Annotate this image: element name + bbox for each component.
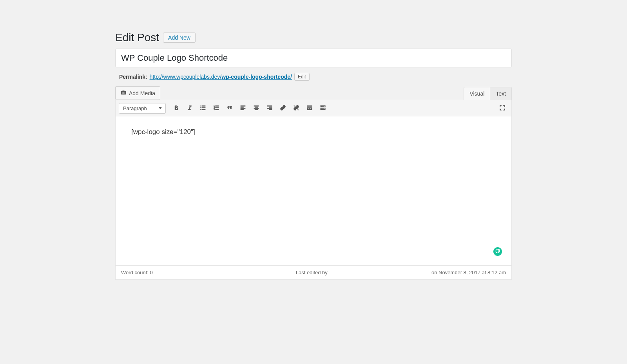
editor-tabs: Visual Text <box>464 87 512 100</box>
svg-rect-25 <box>307 105 312 106</box>
svg-text:3: 3 <box>214 109 215 110</box>
permalink-base: http://www.wpcouplelabs.dev/ <box>150 74 222 80</box>
numbered-list-button[interactable]: 123 <box>210 103 222 114</box>
italic-button[interactable] <box>184 103 196 114</box>
align-center-button[interactable] <box>250 103 262 114</box>
fullscreen-icon <box>499 104 506 112</box>
svg-rect-18 <box>254 108 259 109</box>
svg-point-0 <box>201 105 201 106</box>
permalink-row: Permalink: http://www.wpcouplelabs.dev/w… <box>115 71 512 86</box>
svg-rect-13 <box>241 107 244 107</box>
add-new-button[interactable]: Add New <box>163 33 196 43</box>
svg-rect-16 <box>254 105 259 106</box>
grammarly-icon <box>495 248 500 255</box>
svg-rect-28 <box>309 108 310 109</box>
svg-rect-34 <box>323 106 324 107</box>
svg-rect-39 <box>323 108 324 109</box>
unlink-icon <box>293 104 300 112</box>
add-media-label: Add Media <box>129 90 155 96</box>
media-tabs-row: Add Media Visual Text <box>115 86 512 100</box>
unlink-button[interactable] <box>290 103 302 114</box>
align-right-icon <box>266 104 273 112</box>
svg-rect-20 <box>267 105 272 106</box>
svg-rect-21 <box>269 107 272 107</box>
link-icon <box>279 104 286 112</box>
svg-rect-38 <box>322 108 323 109</box>
editor-box: Paragraph 123 <box>115 100 512 280</box>
svg-rect-30 <box>307 109 312 110</box>
edit-slug-button[interactable]: Edit <box>294 73 310 81</box>
align-left-icon <box>239 104 246 112</box>
format-select[interactable]: Paragraph <box>119 103 166 114</box>
page-heading: Edit Post Add New <box>115 31 512 44</box>
svg-rect-40 <box>324 108 324 109</box>
editor-statusbar: Word count: 0 Last edited by on November… <box>116 265 511 279</box>
permalink-slug: wp-couple-logo-shortcode/ <box>221 74 292 80</box>
italic-icon <box>186 104 193 112</box>
svg-rect-4 <box>202 107 205 108</box>
svg-rect-12 <box>241 105 245 106</box>
readmore-icon <box>306 104 313 112</box>
bullet-list-button[interactable] <box>197 103 209 114</box>
svg-rect-27 <box>307 108 308 109</box>
svg-rect-14 <box>241 108 245 109</box>
last-edited-by: Last edited by <box>153 270 431 275</box>
last-edited-time: on November 8, 2017 at 8:12 am <box>431 270 506 275</box>
align-right-button[interactable] <box>264 103 275 114</box>
svg-rect-17 <box>255 107 258 107</box>
svg-rect-9 <box>216 105 219 106</box>
svg-rect-26 <box>307 107 312 107</box>
bold-button[interactable] <box>170 103 182 114</box>
format-select-wrap: Paragraph <box>119 103 166 114</box>
tab-text[interactable]: Text <box>490 87 512 100</box>
svg-rect-29 <box>311 108 312 109</box>
align-left-button[interactable] <box>237 103 249 114</box>
svg-rect-3 <box>202 105 205 106</box>
permalink-link[interactable]: http://www.wpcouplelabs.dev/wp-couple-lo… <box>150 74 292 80</box>
svg-rect-5 <box>202 109 205 110</box>
camera-icon <box>120 89 127 97</box>
title-wrap <box>115 49 512 67</box>
blockquote-button[interactable] <box>224 103 236 114</box>
page-title: Edit Post <box>115 31 159 44</box>
word-count: Word count: 0 <box>121 270 153 275</box>
editor-toolbar: Paragraph 123 <box>116 100 511 116</box>
svg-rect-11 <box>216 109 219 110</box>
bullet-list-icon <box>199 104 207 112</box>
editor-content-area[interactable]: [wpc-logo size="120"] <box>116 116 511 265</box>
post-title-input[interactable] <box>115 49 512 67</box>
svg-rect-32 <box>321 106 322 107</box>
bold-icon <box>173 104 180 112</box>
svg-rect-35 <box>324 106 324 107</box>
svg-rect-33 <box>322 106 323 107</box>
quote-icon <box>226 104 233 112</box>
numbered-list-icon: 123 <box>213 104 220 112</box>
svg-rect-22 <box>267 108 272 109</box>
toolbar-toggle-button[interactable] <box>317 103 329 114</box>
add-media-button[interactable]: Add Media <box>115 86 160 100</box>
svg-rect-37 <box>321 108 322 109</box>
fullscreen-button[interactable] <box>497 103 508 114</box>
svg-rect-15 <box>241 109 244 110</box>
tab-visual[interactable]: Visual <box>464 87 490 100</box>
svg-point-2 <box>201 109 201 110</box>
align-center-icon <box>253 104 260 112</box>
link-button[interactable] <box>277 103 289 114</box>
readmore-button[interactable] <box>304 103 315 114</box>
svg-point-1 <box>201 107 201 108</box>
svg-rect-10 <box>216 107 219 108</box>
svg-rect-19 <box>255 109 258 110</box>
editor-wrap: Edit Post Add New Permalink: http://www.… <box>115 31 512 280</box>
editor-text: [wpc-logo size="120"] <box>131 128 496 136</box>
permalink-label: Permalink: <box>119 74 147 80</box>
toolbar-toggle-icon <box>319 104 326 112</box>
svg-rect-23 <box>269 109 272 110</box>
grammarly-badge[interactable] <box>493 247 502 256</box>
